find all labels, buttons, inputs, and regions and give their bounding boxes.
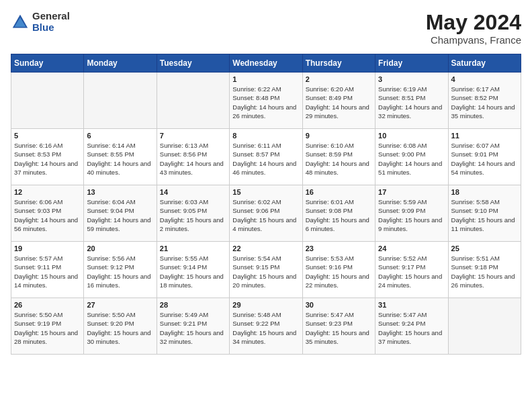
logo: General Blue — [11, 11, 70, 33]
day-number: 9 — [306, 132, 372, 140]
day-number: 10 — [378, 132, 445, 140]
month-year-title: May 2024 — [426, 11, 521, 34]
day-info: Sunrise: 6:02 AMSunset: 9:06 PMDaylight:… — [232, 197, 299, 233]
calendar-cell: 1Sunrise: 6:22 AMSunset: 8:48 PMDaylight… — [230, 73, 302, 129]
calendar-cell — [84, 73, 157, 129]
calendar-cell: 30Sunrise: 5:47 AMSunset: 9:23 PMDayligh… — [302, 298, 375, 355]
calendar-cell: 22Sunrise: 5:54 AMSunset: 9:15 PMDayligh… — [230, 242, 302, 298]
calendar-cell: 7Sunrise: 6:13 AMSunset: 8:56 PMDaylight… — [157, 129, 229, 185]
calendar-cell: 26Sunrise: 5:50 AMSunset: 9:19 PMDayligh… — [11, 298, 84, 355]
day-number: 6 — [87, 132, 153, 140]
calendar-cell: 11Sunrise: 6:07 AMSunset: 9:01 PMDayligh… — [448, 129, 521, 185]
day-info: Sunrise: 5:53 AMSunset: 9:16 PMDaylight:… — [306, 254, 372, 289]
weekday-header-row: SundayMondayTuesdayWednesdayThursdayFrid… — [11, 54, 521, 73]
logo-text: General Blue — [32, 11, 70, 33]
day-number: 28 — [160, 301, 226, 309]
day-number: 7 — [160, 132, 226, 140]
weekday-header-thursday: Thursday — [302, 54, 375, 73]
day-info: Sunrise: 6:13 AMSunset: 8:56 PMDaylight:… — [160, 141, 226, 177]
day-number: 2 — [306, 75, 372, 83]
calendar-cell: 9Sunrise: 6:10 AMSunset: 8:59 PMDaylight… — [302, 129, 375, 185]
calendar-cell: 16Sunrise: 6:01 AMSunset: 9:08 PMDayligh… — [302, 185, 375, 242]
calendar-cell: 4Sunrise: 6:17 AMSunset: 8:52 PMDaylight… — [448, 73, 521, 129]
calendar-cell: 10Sunrise: 6:08 AMSunset: 9:00 PMDayligh… — [375, 129, 448, 185]
calendar-week-row: 19Sunrise: 5:57 AMSunset: 9:11 PMDayligh… — [11, 242, 521, 298]
day-number: 4 — [451, 75, 518, 83]
weekday-header-wednesday: Wednesday — [230, 54, 302, 73]
calendar-cell — [11, 73, 84, 129]
day-number: 15 — [232, 188, 299, 196]
calendar-cell: 6Sunrise: 6:14 AMSunset: 8:55 PMDaylight… — [84, 129, 157, 185]
day-number: 23 — [306, 244, 372, 253]
day-number: 25 — [451, 244, 518, 253]
calendar-cell — [157, 73, 229, 129]
calendar-cell: 28Sunrise: 5:49 AMSunset: 9:21 PMDayligh… — [157, 298, 229, 355]
calendar-cell: 31Sunrise: 5:47 AMSunset: 9:24 PMDayligh… — [375, 298, 448, 355]
day-number: 20 — [87, 244, 153, 253]
day-number: 22 — [232, 244, 299, 253]
calendar-week-row: 12Sunrise: 6:06 AMSunset: 9:03 PMDayligh… — [11, 185, 521, 242]
day-number: 26 — [14, 301, 81, 309]
day-info: Sunrise: 5:50 AMSunset: 9:20 PMDaylight:… — [87, 310, 153, 346]
day-info: Sunrise: 5:58 AMSunset: 9:10 PMDaylight:… — [451, 197, 518, 233]
day-info: Sunrise: 6:16 AMSunset: 8:53 PMDaylight:… — [14, 141, 81, 177]
day-info: Sunrise: 5:54 AMSunset: 9:15 PMDaylight:… — [232, 254, 299, 289]
day-number: 12 — [14, 188, 81, 196]
calendar-week-row: 26Sunrise: 5:50 AMSunset: 9:19 PMDayligh… — [11, 298, 521, 355]
calendar-cell: 13Sunrise: 6:04 AMSunset: 9:04 PMDayligh… — [84, 185, 157, 242]
day-info: Sunrise: 5:52 AMSunset: 9:17 PMDaylight:… — [378, 254, 445, 289]
calendar-cell: 17Sunrise: 5:59 AMSunset: 9:09 PMDayligh… — [375, 185, 448, 242]
day-number: 16 — [306, 188, 372, 196]
calendar-cell: 29Sunrise: 5:48 AMSunset: 9:22 PMDayligh… — [230, 298, 302, 355]
calendar-cell: 5Sunrise: 6:16 AMSunset: 8:53 PMDaylight… — [11, 129, 84, 185]
day-info: Sunrise: 5:51 AMSunset: 9:18 PMDaylight:… — [451, 254, 518, 289]
day-number: 19 — [14, 244, 81, 253]
calendar-cell: 18Sunrise: 5:58 AMSunset: 9:10 PMDayligh… — [448, 185, 521, 242]
day-info: Sunrise: 5:47 AMSunset: 9:24 PMDaylight:… — [378, 310, 445, 346]
calendar-cell: 14Sunrise: 6:03 AMSunset: 9:05 PMDayligh… — [157, 185, 229, 242]
calendar-cell: 12Sunrise: 6:06 AMSunset: 9:03 PMDayligh… — [11, 185, 84, 242]
day-info: Sunrise: 5:48 AMSunset: 9:22 PMDaylight:… — [232, 310, 299, 346]
calendar-cell: 8Sunrise: 6:11 AMSunset: 8:57 PMDaylight… — [230, 129, 302, 185]
day-info: Sunrise: 5:55 AMSunset: 9:14 PMDaylight:… — [160, 254, 226, 289]
day-number: 3 — [378, 75, 445, 83]
calendar-cell: 25Sunrise: 5:51 AMSunset: 9:18 PMDayligh… — [448, 242, 521, 298]
logo-icon — [11, 13, 30, 32]
day-info: Sunrise: 6:06 AMSunset: 9:03 PMDaylight:… — [14, 197, 81, 233]
title-block: May 2024 Champvans, France — [426, 11, 521, 46]
day-number: 1 — [232, 75, 299, 83]
calendar-cell: 23Sunrise: 5:53 AMSunset: 9:16 PMDayligh… — [302, 242, 375, 298]
day-info: Sunrise: 6:11 AMSunset: 8:57 PMDaylight:… — [232, 141, 299, 177]
day-number: 31 — [378, 301, 445, 309]
weekday-header-tuesday: Tuesday — [157, 54, 229, 73]
day-info: Sunrise: 6:04 AMSunset: 9:04 PMDaylight:… — [87, 197, 153, 233]
calendar-cell: 24Sunrise: 5:52 AMSunset: 9:17 PMDayligh… — [375, 242, 448, 298]
day-info: Sunrise: 6:20 AMSunset: 8:49 PMDaylight:… — [306, 85, 372, 120]
calendar-table: SundayMondayTuesdayWednesdayThursdayFrid… — [11, 54, 521, 355]
weekday-header-monday: Monday — [84, 54, 157, 73]
day-info: Sunrise: 6:03 AMSunset: 9:05 PMDaylight:… — [160, 197, 226, 233]
day-info: Sunrise: 6:08 AMSunset: 9:00 PMDaylight:… — [378, 141, 445, 177]
day-number: 17 — [378, 188, 445, 196]
day-number: 8 — [232, 132, 299, 140]
day-info: Sunrise: 5:47 AMSunset: 9:23 PMDaylight:… — [306, 310, 372, 346]
day-info: Sunrise: 6:01 AMSunset: 9:08 PMDaylight:… — [306, 197, 372, 233]
day-info: Sunrise: 6:07 AMSunset: 9:01 PMDaylight:… — [451, 141, 518, 177]
day-info: Sunrise: 6:17 AMSunset: 8:52 PMDaylight:… — [451, 85, 518, 120]
day-number: 18 — [451, 188, 518, 196]
calendar-cell: 19Sunrise: 5:57 AMSunset: 9:11 PMDayligh… — [11, 242, 84, 298]
day-number: 30 — [306, 301, 372, 309]
day-info: Sunrise: 6:22 AMSunset: 8:48 PMDaylight:… — [232, 85, 299, 120]
logo-blue-text: Blue — [32, 22, 70, 34]
weekday-header-sunday: Sunday — [11, 54, 84, 73]
day-info: Sunrise: 6:10 AMSunset: 8:59 PMDaylight:… — [306, 141, 372, 177]
day-number: 14 — [160, 188, 226, 196]
calendar-cell: 15Sunrise: 6:02 AMSunset: 9:06 PMDayligh… — [230, 185, 302, 242]
calendar-cell: 2Sunrise: 6:20 AMSunset: 8:49 PMDaylight… — [302, 73, 375, 129]
page-header: General Blue May 2024 Champvans, France — [11, 11, 521, 46]
day-info: Sunrise: 5:57 AMSunset: 9:11 PMDaylight:… — [14, 254, 81, 289]
day-number: 29 — [232, 301, 299, 309]
day-number: 13 — [87, 188, 153, 196]
calendar-week-row: 1Sunrise: 6:22 AMSunset: 8:48 PMDaylight… — [11, 73, 521, 129]
day-info: Sunrise: 5:50 AMSunset: 9:19 PMDaylight:… — [14, 310, 81, 346]
